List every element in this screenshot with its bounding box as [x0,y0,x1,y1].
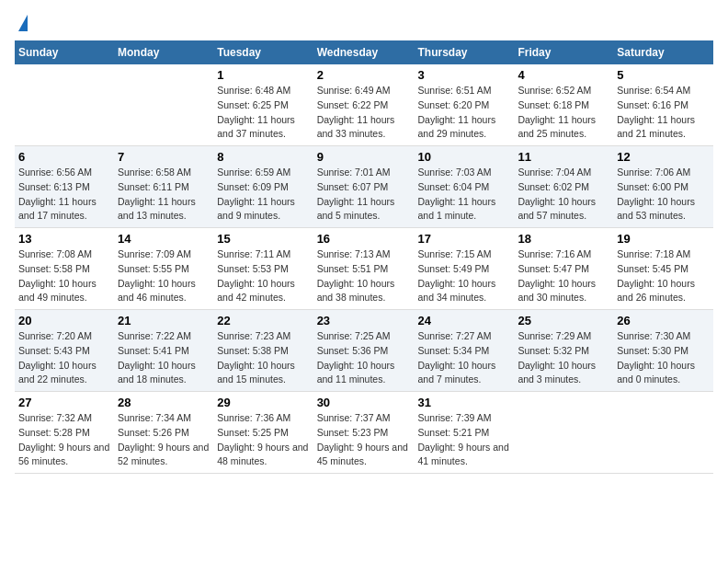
day-number: 14 [118,232,210,246]
calendar-cell: 9Sunrise: 7:01 AM Sunset: 6:07 PM Daylig… [313,146,415,228]
day-detail: Sunrise: 6:59 AM Sunset: 6:09 PM Dayligh… [217,166,309,224]
day-number: 13 [18,232,110,246]
calendar-cell: 15Sunrise: 7:11 AM Sunset: 5:53 PM Dayli… [213,228,313,310]
calendar-cell [613,392,713,474]
calendar-cell: 26Sunrise: 7:30 AM Sunset: 5:30 PM Dayli… [613,310,713,392]
day-number: 29 [217,396,309,409]
day-detail: Sunrise: 7:13 AM Sunset: 5:51 PM Dayligh… [317,247,411,305]
calendar-cell: 16Sunrise: 7:13 AM Sunset: 5:51 PM Dayli… [313,228,415,310]
calendar-cell [114,64,213,146]
day-detail: Sunrise: 6:56 AM Sunset: 6:13 PM Dayligh… [18,166,110,224]
day-header-friday: Friday [514,40,613,64]
day-number: 7 [118,150,210,164]
calendar-cell: 10Sunrise: 7:03 AM Sunset: 6:04 PM Dayli… [415,146,515,228]
calendar-cell: 31Sunrise: 7:39 AM Sunset: 5:21 PM Dayli… [415,392,515,474]
calendar-cell: 28Sunrise: 7:34 AM Sunset: 5:26 PM Dayli… [114,392,213,474]
day-detail: Sunrise: 7:09 AM Sunset: 5:55 PM Dayligh… [118,247,210,305]
day-detail: Sunrise: 7:36 AM Sunset: 5:25 PM Dayligh… [217,411,309,469]
day-detail: Sunrise: 7:25 AM Sunset: 5:36 PM Dayligh… [317,329,411,387]
day-detail: Sunrise: 6:54 AM Sunset: 6:16 PM Dayligh… [617,84,710,142]
day-detail: Sunrise: 7:27 AM Sunset: 5:34 PM Dayligh… [418,329,511,387]
day-number: 31 [418,396,511,409]
day-header-sunday: Sunday [15,40,114,64]
day-detail: Sunrise: 7:15 AM Sunset: 5:49 PM Dayligh… [418,247,511,305]
day-detail: Sunrise: 7:06 AM Sunset: 6:00 PM Dayligh… [617,166,710,224]
day-header-wednesday: Wednesday [313,40,415,64]
calendar-cell: 3Sunrise: 6:51 AM Sunset: 6:20 PM Daylig… [415,64,515,146]
calendar-cell: 2Sunrise: 6:49 AM Sunset: 6:22 PM Daylig… [313,64,415,146]
calendar-table: SundayMondayTuesdayWednesdayThursdayFrid… [15,40,713,474]
day-number: 20 [18,314,110,327]
day-header-monday: Monday [114,40,213,64]
day-detail: Sunrise: 6:49 AM Sunset: 6:22 PM Dayligh… [317,84,411,142]
day-header-thursday: Thursday [415,40,515,64]
day-number: 4 [518,68,609,82]
calendar-cell: 24Sunrise: 7:27 AM Sunset: 5:34 PM Dayli… [415,310,515,392]
logo [15,15,28,31]
calendar-cell: 6Sunrise: 6:56 AM Sunset: 6:13 PM Daylig… [15,146,114,228]
calendar-cell: 25Sunrise: 7:29 AM Sunset: 5:32 PM Dayli… [514,310,613,392]
day-number: 25 [518,314,609,327]
day-number: 24 [418,314,511,327]
day-detail: Sunrise: 7:37 AM Sunset: 5:23 PM Dayligh… [317,411,411,469]
day-detail: Sunrise: 7:11 AM Sunset: 5:53 PM Dayligh… [217,247,309,305]
calendar-cell [15,64,114,146]
day-number: 23 [317,314,411,327]
day-number: 10 [418,150,511,164]
logo-triangle-icon [18,15,28,31]
day-detail: Sunrise: 7:30 AM Sunset: 5:30 PM Dayligh… [617,329,710,387]
days-header-row: SundayMondayTuesdayWednesdayThursdayFrid… [15,40,713,64]
day-number: 3 [418,68,511,82]
day-detail: Sunrise: 6:51 AM Sunset: 6:20 PM Dayligh… [418,84,511,142]
calendar-cell: 14Sunrise: 7:09 AM Sunset: 5:55 PM Dayli… [114,228,213,310]
calendar-cell: 12Sunrise: 7:06 AM Sunset: 6:00 PM Dayli… [613,146,713,228]
day-number: 9 [317,150,411,164]
day-detail: Sunrise: 7:08 AM Sunset: 5:58 PM Dayligh… [18,247,110,305]
day-number: 1 [217,68,309,82]
day-number: 8 [217,150,309,164]
calendar-cell: 23Sunrise: 7:25 AM Sunset: 5:36 PM Dayli… [313,310,415,392]
calendar-cell: 29Sunrise: 7:36 AM Sunset: 5:25 PM Dayli… [213,392,313,474]
calendar-cell: 8Sunrise: 6:59 AM Sunset: 6:09 PM Daylig… [213,146,313,228]
day-detail: Sunrise: 7:16 AM Sunset: 5:47 PM Dayligh… [518,247,609,305]
day-detail: Sunrise: 6:52 AM Sunset: 6:18 PM Dayligh… [518,84,609,142]
calendar-cell: 21Sunrise: 7:22 AM Sunset: 5:41 PM Dayli… [114,310,213,392]
page-header [15,15,713,31]
calendar-cell: 13Sunrise: 7:08 AM Sunset: 5:58 PM Dayli… [15,228,114,310]
calendar-cell: 27Sunrise: 7:32 AM Sunset: 5:28 PM Dayli… [15,392,114,474]
day-detail: Sunrise: 7:32 AM Sunset: 5:28 PM Dayligh… [18,411,110,469]
day-detail: Sunrise: 7:20 AM Sunset: 5:43 PM Dayligh… [18,329,110,387]
calendar-cell: 4Sunrise: 6:52 AM Sunset: 6:18 PM Daylig… [514,64,613,146]
day-number: 12 [617,150,710,164]
week-row-4: 20Sunrise: 7:20 AM Sunset: 5:43 PM Dayli… [15,310,713,392]
day-detail: Sunrise: 6:48 AM Sunset: 6:25 PM Dayligh… [217,84,309,142]
day-number: 28 [118,396,210,409]
calendar-cell: 17Sunrise: 7:15 AM Sunset: 5:49 PM Dayli… [415,228,515,310]
day-detail: Sunrise: 6:58 AM Sunset: 6:11 PM Dayligh… [118,166,210,224]
day-detail: Sunrise: 7:29 AM Sunset: 5:32 PM Dayligh… [518,329,609,387]
day-detail: Sunrise: 7:18 AM Sunset: 5:45 PM Dayligh… [617,247,710,305]
day-header-tuesday: Tuesday [213,40,313,64]
calendar-cell [514,392,613,474]
calendar-cell: 7Sunrise: 6:58 AM Sunset: 6:11 PM Daylig… [114,146,213,228]
day-detail: Sunrise: 7:23 AM Sunset: 5:38 PM Dayligh… [217,329,309,387]
calendar-cell: 1Sunrise: 6:48 AM Sunset: 6:25 PM Daylig… [213,64,313,146]
calendar-cell: 22Sunrise: 7:23 AM Sunset: 5:38 PM Dayli… [213,310,313,392]
calendar-cell: 5Sunrise: 6:54 AM Sunset: 6:16 PM Daylig… [613,64,713,146]
calendar-cell: 18Sunrise: 7:16 AM Sunset: 5:47 PM Dayli… [514,228,613,310]
day-number: 21 [118,314,210,327]
day-header-saturday: Saturday [613,40,713,64]
day-detail: Sunrise: 7:34 AM Sunset: 5:26 PM Dayligh… [118,411,210,469]
day-detail: Sunrise: 7:04 AM Sunset: 6:02 PM Dayligh… [518,166,609,224]
day-number: 27 [18,396,110,409]
calendar-cell: 20Sunrise: 7:20 AM Sunset: 5:43 PM Dayli… [15,310,114,392]
day-number: 2 [317,68,411,82]
calendar-cell: 19Sunrise: 7:18 AM Sunset: 5:45 PM Dayli… [613,228,713,310]
day-number: 19 [617,232,710,246]
day-detail: Sunrise: 7:03 AM Sunset: 6:04 PM Dayligh… [418,166,511,224]
calendar-cell: 30Sunrise: 7:37 AM Sunset: 5:23 PM Dayli… [313,392,415,474]
day-number: 26 [617,314,710,327]
day-number: 15 [217,232,309,246]
day-number: 16 [317,232,411,246]
day-number: 18 [518,232,609,246]
